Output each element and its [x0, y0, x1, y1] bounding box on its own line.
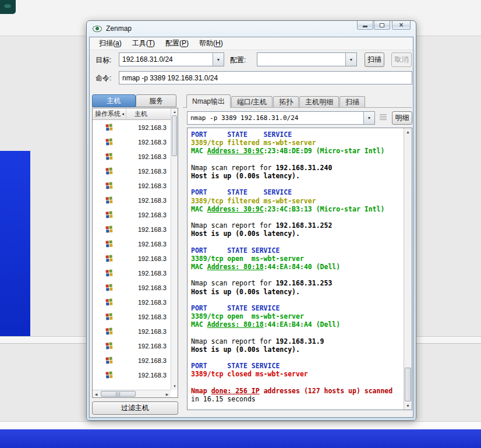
host-row[interactable]: 192.168.3	[93, 309, 171, 324]
host-row[interactable]: 192.168.3	[93, 207, 171, 222]
scroll-up-icon[interactable]: ▲	[171, 108, 178, 115]
output-line: MAC Address: 30:9C:23:4B:DE:D9 (Micro-st…	[191, 147, 402, 155]
close-button[interactable]: ×	[392, 21, 411, 30]
host-row[interactable]: 192.168.3	[93, 149, 171, 164]
host-row[interactable]: 192.168.3	[93, 135, 171, 149]
cancel-button[interactable]: 取消	[391, 52, 412, 67]
zenmap-logo-icon	[93, 26, 102, 32]
target-label: 目标:	[96, 55, 111, 65]
host-row[interactable]: 192.168.3	[93, 237, 171, 251]
windows-os-icon	[93, 124, 126, 131]
host-row[interactable]: 192.168.3	[93, 193, 171, 207]
title-bar[interactable]: Zenmap ×	[87, 21, 416, 37]
host-row[interactable]: 192.168.3	[93, 251, 171, 266]
windows-os-icon	[93, 197, 126, 204]
dropdown-icon[interactable]: ▼	[213, 53, 224, 66]
profile-value	[257, 53, 345, 66]
host-row[interactable]: 192.168.3	[93, 295, 171, 309]
main-area: 主机 服务 操作系统 ◂ 主机 192.168.3192.168.3192.16…	[90, 94, 413, 417]
host-ip: 192.168.3	[126, 299, 171, 306]
tab-拓扑[interactable]: 拓扑	[273, 96, 299, 107]
tab-Nmap输出[interactable]: Nmap输出	[186, 94, 231, 108]
scan-button[interactable]: 扫描	[365, 52, 384, 67]
output-line	[191, 296, 402, 304]
host-row[interactable]: 192.168.3	[93, 120, 171, 135]
host-ip: 192.168.3	[126, 153, 171, 160]
details-button[interactable]: 明细	[392, 111, 412, 125]
host-row[interactable]: 192.168.3	[93, 353, 171, 368]
menu-item-P[interactable]: 配置(P)	[161, 37, 193, 50]
minimize-icon	[363, 26, 367, 27]
host-row[interactable]: 192.168.3	[93, 338, 171, 353]
scroll-left-icon[interactable]: ◀	[93, 390, 100, 397]
host-ip: 192.168.3	[126, 357, 171, 364]
host-list-horizontal-scrollbar[interactable]: ◀ ▶	[93, 390, 171, 397]
target-combo[interactable]: 192.168.31.0/24 ▼	[119, 52, 224, 66]
tab-主机明细[interactable]: 主机明细	[299, 96, 339, 107]
scroll-down-icon[interactable]: ▼	[171, 383, 178, 390]
output-line: PORT STATE SERVICE	[191, 188, 402, 196]
output-line: Host is up (0.00s latency).	[191, 288, 402, 296]
zenmap-window: Zenmap × 扫描(a)工具(T)配置(P)帮助(H) 目标: 192.16…	[86, 20, 416, 421]
scrollbar-thumb[interactable]	[405, 368, 411, 401]
column-os-label: 操作系统	[95, 110, 121, 118]
windows-os-icon	[93, 372, 126, 379]
minimize-button[interactable]	[357, 21, 373, 30]
output-line: Nmap scan report for 192.168.31.240	[191, 164, 402, 172]
profile-label: 配置:	[230, 55, 246, 65]
host-row[interactable]: 192.168.3	[93, 280, 171, 295]
output-line: Nmap scan report for 192.168.31.9	[191, 337, 402, 345]
output-line: MAC Address: 80:18:44:EA:B4:A4 (Dell)	[191, 320, 402, 329]
host-row[interactable]: 192.168.3	[93, 368, 171, 382]
tab-扫描[interactable]: 扫描	[339, 96, 365, 107]
menu-item-H[interactable]: 帮助(H)	[194, 37, 228, 50]
command-toolbar: 命令:	[90, 70, 413, 86]
host-list[interactable]: 192.168.3192.168.3192.168.3192.168.3192.…	[93, 120, 171, 390]
tab-services[interactable]: 服务	[136, 94, 176, 107]
column-os[interactable]: 操作系统 ◂	[93, 108, 126, 119]
host-ip: 192.168.3	[126, 284, 171, 291]
scroll-down-icon[interactable]: ▼	[404, 402, 412, 410]
host-ip: 192.168.3	[126, 211, 171, 218]
windows-os-icon	[93, 153, 126, 160]
maximize-icon	[380, 23, 384, 27]
host-row[interactable]: 192.168.3	[93, 164, 171, 178]
menu-item-a[interactable]: 扫描(a)	[94, 37, 126, 50]
notebook-tabs: Nmap输出端口/主机拓扑主机明细扫描	[183, 94, 412, 108]
menu-item-T[interactable]: 工具(T)	[128, 37, 160, 50]
host-ip: 192.168.3	[126, 197, 171, 204]
tab-hosts[interactable]: 主机	[92, 94, 136, 107]
scan-history-combo[interactable]: nmap -p 3389 192.168.31.0/24 ▼	[187, 111, 375, 125]
host-ip: 192.168.3	[126, 343, 171, 350]
host-list-frame: 操作系统 ◂ 主机 192.168.3192.168.3192.168.3192…	[92, 108, 178, 398]
host-row[interactable]: 192.168.3	[93, 178, 171, 193]
output-line: PORT STATE SERVICE	[191, 304, 402, 312]
host-list-vertical-scrollbar[interactable]: ▲ ▼	[171, 108, 178, 390]
output-line: 3389/tcp closed ms-wbt-server	[191, 370, 402, 378]
column-host[interactable]: 主机	[126, 108, 171, 119]
scroll-right-icon[interactable]: ▶	[164, 390, 171, 397]
scrollbar-thumb[interactable]	[172, 115, 177, 156]
host-row[interactable]: 192.168.3	[93, 222, 171, 237]
scroll-up-icon[interactable]: ▲	[404, 128, 412, 136]
filter-hosts-button[interactable]: 过滤主机	[92, 401, 178, 415]
output-line	[191, 213, 402, 221]
windows-os-icon	[93, 226, 126, 233]
windows-os-icon	[93, 241, 126, 248]
output-vertical-scrollbar[interactable]: ▲ ▼	[404, 128, 412, 410]
host-row[interactable]: 192.168.3	[93, 266, 171, 280]
dropdown-icon[interactable]: ▼	[363, 112, 374, 124]
dropdown-icon[interactable]: ▼	[345, 53, 356, 66]
nmap-output-text[interactable]: PORT STATE SERVICE3389/tcp filtered ms-w…	[188, 128, 404, 410]
host-ip: 192.168.3	[126, 139, 171, 146]
scrollbar-thumb[interactable]	[101, 391, 136, 397]
windows-os-icon	[93, 313, 126, 320]
profile-combo[interactable]: ▼	[257, 52, 357, 66]
host-row[interactable]: 192.168.3	[93, 324, 171, 338]
maximize-button[interactable]	[374, 21, 390, 30]
host-ip: 192.168.3	[126, 255, 171, 262]
output-line	[191, 379, 402, 387]
command-input[interactable]	[119, 71, 412, 84]
tab-端口/主机[interactable]: 端口/主机	[231, 96, 273, 107]
output-panel: Nmap输出端口/主机拓扑主机明细扫描 nmap -p 3389 192.168…	[183, 94, 412, 417]
